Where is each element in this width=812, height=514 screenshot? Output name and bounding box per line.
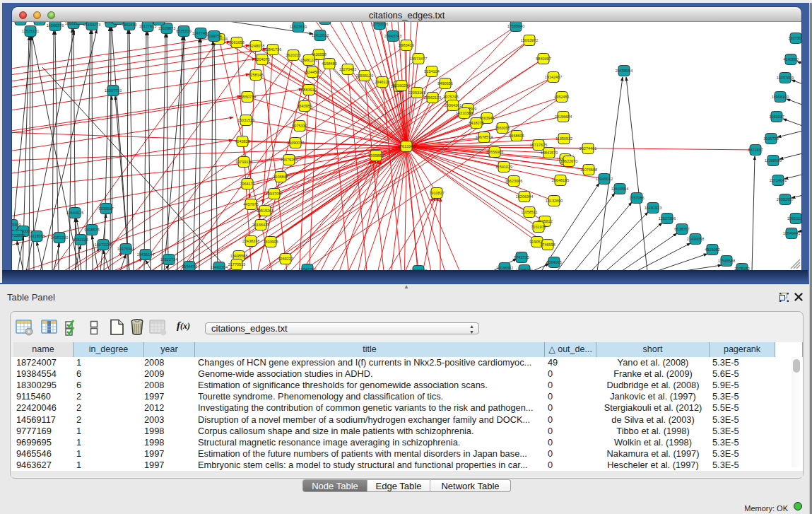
- svg-text:9308575: 9308575: [84, 228, 99, 232]
- svg-text:15031529: 15031529: [237, 118, 254, 122]
- svg-text:6061658: 6061658: [229, 40, 244, 45]
- svg-text:12643564: 12643564: [611, 187, 628, 191]
- svg-text:6535209: 6535209: [176, 29, 191, 33]
- svg-text:8418275: 8418275: [469, 121, 483, 125]
- svg-text:13132690: 13132690: [546, 199, 563, 203]
- svg-text:7064171: 7064171: [240, 182, 254, 186]
- svg-text:16623006: 16623006: [505, 179, 522, 183]
- svg-text:19379254: 19379254: [281, 158, 298, 162]
- svg-text:2620223: 2620223: [286, 53, 300, 57]
- svg-text:3075745: 3075745: [443, 95, 458, 99]
- svg-text:11058511: 11058511: [521, 210, 538, 214]
- svg-text:19142407: 19142407: [545, 75, 562, 79]
- svg-text:5840397: 5840397: [536, 57, 551, 61]
- svg-text:5594478: 5594478: [182, 264, 196, 269]
- svg-text:10549441: 10549441: [783, 231, 800, 235]
- svg-text:11074688: 11074688: [580, 168, 597, 172]
- svg-text:2999883: 2999883: [368, 153, 383, 158]
- svg-text:22160294: 22160294: [393, 83, 410, 88]
- svg-text:17565588: 17565588: [718, 259, 735, 263]
- svg-text:14118095: 14118095: [28, 234, 45, 238]
- svg-text:10322734: 10322734: [160, 257, 177, 262]
- svg-text:20943743: 20943743: [384, 34, 401, 38]
- svg-text:4929082: 4929082: [705, 247, 719, 252]
- svg-text:16307710: 16307710: [105, 88, 122, 93]
- svg-text:20555120: 20555120: [356, 74, 373, 78]
- svg-text:4043823: 4043823: [235, 139, 249, 144]
- svg-text:16908100: 16908100: [772, 95, 789, 99]
- svg-text:21770515: 21770515: [228, 262, 245, 267]
- svg-text:9075310: 9075310: [292, 124, 307, 128]
- svg-text:18981216: 18981216: [300, 58, 317, 62]
- svg-text:8204075: 8204075: [254, 57, 269, 62]
- svg-text:4952451: 4952451: [554, 95, 569, 99]
- svg-text:2946120: 2946120: [375, 80, 389, 84]
- svg-text:13495588: 13495588: [230, 254, 247, 258]
- svg-text:17613348: 17613348: [398, 144, 415, 148]
- svg-text:3703859: 3703859: [12, 233, 25, 238]
- svg-text:3883910: 3883910: [301, 88, 316, 92]
- svg-text:6638767: 6638767: [674, 227, 689, 231]
- svg-text:20274461: 20274461: [579, 146, 596, 151]
- svg-text:5468605: 5468605: [509, 134, 524, 138]
- svg-text:2258145: 2258145: [248, 73, 263, 77]
- svg-text:19973477: 19973477: [410, 57, 427, 61]
- svg-text:2563055: 2563055: [495, 126, 510, 130]
- svg-text:4158480: 4158480: [322, 62, 336, 66]
- svg-text:3343959: 3343959: [297, 104, 312, 108]
- svg-text:3746598: 3746598: [540, 243, 555, 247]
- svg-text:5339937: 5339937: [98, 206, 113, 211]
- svg-text:14248078: 14248078: [247, 44, 264, 48]
- svg-text:20166438: 20166438: [252, 223, 269, 227]
- svg-text:5154104: 5154104: [424, 69, 439, 74]
- svg-text:22714041: 22714041: [770, 178, 787, 182]
- svg-text:17656906: 17656906: [486, 150, 503, 154]
- svg-text:13270483: 13270483: [339, 67, 356, 71]
- svg-text:13945012: 13945012: [596, 177, 613, 181]
- svg-text:10717675: 10717675: [530, 143, 547, 147]
- svg-text:6099754: 6099754: [206, 34, 221, 38]
- svg-text:20458054: 20458054: [616, 69, 632, 73]
- svg-text:15244500: 15244500: [304, 70, 321, 74]
- svg-text:10057659: 10057659: [777, 76, 794, 80]
- svg-text:15953222: 15953222: [787, 216, 801, 221]
- svg-text:14310388: 14310388: [456, 111, 473, 115]
- svg-text:19490077: 19490077: [287, 141, 304, 145]
- svg-text:19462304: 19462304: [211, 265, 228, 269]
- svg-text:19436144: 19436144: [137, 252, 154, 257]
- svg-text:1757086: 1757086: [629, 196, 644, 200]
- svg-text:14351230: 14351230: [51, 235, 68, 240]
- svg-text:10644615: 10644615: [66, 211, 83, 215]
- svg-text:22053165: 22053165: [408, 90, 425, 95]
- svg-text:16491923: 16491923: [645, 206, 661, 210]
- svg-text:20392657: 20392657: [777, 197, 794, 201]
- svg-text:19799114: 19799114: [235, 160, 252, 164]
- svg-text:11541029: 11541029: [495, 165, 512, 169]
- svg-text:14476944: 14476944: [117, 247, 134, 251]
- svg-text:15029873: 15029873: [158, 26, 175, 30]
- svg-text:3181037: 3181037: [769, 115, 784, 119]
- svg-text:4961630: 4961630: [122, 23, 136, 27]
- svg-text:3307301: 3307301: [788, 36, 801, 40]
- svg-text:8490656: 8490656: [437, 81, 452, 86]
- svg-text:3035728: 3035728: [763, 136, 778, 141]
- svg-text:7303905: 7303905: [263, 240, 278, 244]
- svg-text:15063972: 15063972: [521, 38, 538, 42]
- svg-text:11527619: 11527619: [290, 25, 307, 29]
- svg-text:3106848: 3106848: [273, 175, 288, 179]
- svg-text:18841570: 18841570: [541, 151, 558, 155]
- svg-text:20562129: 20562129: [424, 95, 441, 100]
- svg-text:18622670: 18622670: [560, 159, 577, 163]
- svg-text:17665640: 17665640: [507, 24, 524, 28]
- svg-text:12525131: 12525131: [22, 29, 39, 33]
- svg-text:4269227: 4269227: [278, 257, 293, 261]
- svg-text:19937057: 19937057: [266, 192, 283, 196]
- svg-text:4457975: 4457975: [243, 202, 258, 206]
- svg-text:12750036: 12750036: [371, 22, 388, 26]
- svg-text:20515263: 20515263: [257, 209, 273, 213]
- svg-text:22438378: 22438378: [242, 239, 259, 243]
- svg-text:11350932: 11350932: [555, 136, 572, 141]
- svg-text:7031971: 7031971: [531, 225, 546, 229]
- svg-text:4140560: 4140560: [783, 57, 798, 62]
- svg-text:15550734: 15550734: [239, 95, 256, 99]
